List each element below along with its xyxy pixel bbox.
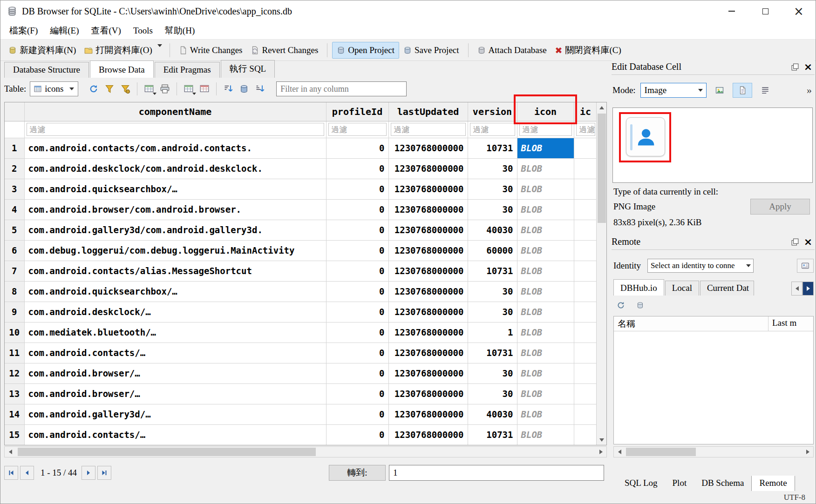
remote-tab-current-database[interactable]: Current Dat <box>700 281 754 296</box>
text-view-button[interactable] <box>733 83 752 98</box>
filter-any-column-input[interactable] <box>276 81 407 96</box>
cell-componentName[interactable]: com.android.quicksearchbox/… <box>24 179 326 199</box>
export-button[interactable] <box>236 81 252 96</box>
column-header-version[interactable]: version <box>468 102 517 121</box>
cell-lastUpdated[interactable]: 1230768000000 <box>388 138 468 158</box>
write-changes-button[interactable]: Write Changes <box>175 42 247 58</box>
cell-profileId[interactable]: 0 <box>326 424 388 445</box>
scroll-right-button[interactable] <box>802 447 813 457</box>
row-number[interactable]: 9 <box>5 302 24 322</box>
cell-partial[interactable] <box>574 179 597 199</box>
cell-partial[interactable] <box>574 261 597 281</box>
goto-button[interactable]: 轉到: <box>329 465 386 481</box>
cell-profileId[interactable]: 0 <box>326 240 388 261</box>
first-page-button[interactable] <box>4 466 18 480</box>
cell-componentName[interactable]: com.android.browser/com.android.browser. <box>24 199 326 220</box>
dock-tab-remote[interactable]: Remote <box>751 476 795 491</box>
cell-icon[interactable]: BLOB <box>517 424 574 445</box>
cell-lastUpdated[interactable]: 1230768000000 <box>388 281 468 302</box>
save-filter-icon-button[interactable] <box>117 81 133 96</box>
cell-profileId[interactable]: 0 <box>326 138 388 158</box>
cell-componentName[interactable]: com.android.quicksearchbox/… <box>24 281 326 302</box>
row-number[interactable]: 5 <box>5 220 24 240</box>
cell-version[interactable]: 30 <box>468 363 517 383</box>
insert-record-button[interactable] <box>141 81 157 96</box>
cell-profileId[interactable]: 0 <box>326 220 388 240</box>
column-header-componentName[interactable]: componentName <box>24 102 326 121</box>
cell-lastUpdated[interactable]: 1230768000000 <box>388 158 468 179</box>
dock-tab-sql-log[interactable]: SQL Log <box>617 476 665 491</box>
menu-view[interactable]: 查看(V) <box>85 22 127 39</box>
vertical-scroll-thumb[interactable] <box>598 114 606 223</box>
cell-version[interactable]: 10731 <box>468 138 517 158</box>
cell-icon[interactable]: BLOB <box>517 343 574 363</box>
cell-componentName[interactable]: com.android.contacts/alias.MessageShortc… <box>24 261 326 281</box>
cell-icon[interactable]: BLOB <box>517 240 574 261</box>
panel-overflow-button[interactable]: » <box>807 84 814 96</box>
remote-horizontal-scrollbar[interactable] <box>613 446 814 457</box>
table-selector[interactable]: icons <box>30 81 78 96</box>
column-header-profileId[interactable]: profileId <box>326 102 388 121</box>
cell-partial[interactable] <box>574 158 597 179</box>
new-record-button[interactable] <box>181 81 197 96</box>
cell-version[interactable]: 10731 <box>468 424 517 445</box>
cell-lastUpdated[interactable]: 1230768000000 <box>388 240 468 261</box>
tab-browse-data[interactable]: Browse Data <box>90 60 154 78</box>
open-database-dropdown-icon[interactable] <box>157 44 162 47</box>
cell-profileId[interactable]: 0 <box>326 383 388 404</box>
cell-lastUpdated[interactable]: 1230768000000 <box>388 199 468 220</box>
filter-input-version[interactable]: 過濾 <box>470 123 515 136</box>
cell-lastUpdated[interactable]: 1230768000000 <box>388 363 468 383</box>
cell-componentName[interactable]: com.android.contacts/… <box>24 343 326 363</box>
row-number[interactable]: 4 <box>5 199 24 220</box>
cell-lastUpdated[interactable]: 1230768000000 <box>388 322 468 343</box>
cell-version[interactable]: 30 <box>468 383 517 404</box>
import-image-button[interactable] <box>711 83 728 98</box>
tab-scroll-right-button[interactable] <box>802 282 814 296</box>
menu-tools[interactable]: Tools <box>127 23 159 38</box>
row-number[interactable]: 1 <box>5 138 24 158</box>
cell-componentName[interactable]: com.mediatek.bluetooth/… <box>24 322 326 343</box>
row-number[interactable]: 8 <box>5 281 24 302</box>
column-header-icon[interactable]: icon <box>517 102 574 121</box>
scroll-down-button[interactable] <box>597 435 607 445</box>
cell-componentName[interactable]: com.android.contacts/… <box>24 424 326 445</box>
sort-descending-button[interactable] <box>252 81 268 96</box>
cell-version[interactable]: 10731 <box>468 343 517 363</box>
cell-lastUpdated[interactable]: 1230768000000 <box>388 404 468 424</box>
cell-icon[interactable]: BLOB <box>517 302 574 322</box>
refresh-button[interactable] <box>86 81 102 96</box>
word-wrap-button[interactable] <box>757 83 774 98</box>
identity-selector[interactable]: Select an identity to conne <box>647 259 754 273</box>
cell-partial[interactable] <box>574 363 597 383</box>
cell-partial[interactable] <box>574 281 597 302</box>
cell-partial[interactable] <box>574 240 597 261</box>
cell-componentName[interactable]: com.android.browser/… <box>24 363 326 383</box>
row-number[interactable]: 10 <box>5 322 24 343</box>
column-header-ic[interactable]: ic <box>574 102 597 121</box>
open-database-button[interactable]: 打開資料庫(O) <box>80 41 156 59</box>
cell-componentName[interactable]: com.debug.loggerui/com.debug.loggerui.Ma… <box>24 240 326 261</box>
cell-componentName[interactable]: com.android.contacts/com.android.contact… <box>24 138 326 158</box>
cell-version[interactable]: 40030 <box>468 404 517 424</box>
cell-version[interactable]: 30 <box>468 281 517 302</box>
remote-tab-local[interactable]: Local <box>665 281 699 296</box>
cell-icon[interactable]: BLOB <box>517 281 574 302</box>
cell-lastUpdated[interactable]: 1230768000000 <box>388 383 468 404</box>
cell-version[interactable]: 30 <box>468 179 517 199</box>
cell-version[interactable]: 30 <box>468 302 517 322</box>
row-number[interactable]: 3 <box>5 179 24 199</box>
filter-input-componentName[interactable]: 過濾 <box>27 123 324 136</box>
tab-scroll-left-button[interactable] <box>791 282 802 296</box>
cell-lastUpdated[interactable]: 1230768000000 <box>388 261 468 281</box>
row-number[interactable]: 6 <box>5 240 24 261</box>
filter-input-profileId[interactable]: 過濾 <box>328 123 387 136</box>
new-database-button[interactable]: 新建資料庫(N) <box>4 41 80 59</box>
maximize-button[interactable] <box>748 0 782 22</box>
cell-partial[interactable] <box>574 302 597 322</box>
cell-componentName[interactable]: com.android.deskclock/… <box>24 302 326 322</box>
horizontal-scroll-thumb[interactable] <box>18 448 316 456</box>
menu-file[interactable]: 檔案(F) <box>3 22 44 39</box>
cell-profileId[interactable]: 0 <box>326 404 388 424</box>
clear-filter-icon-button[interactable] <box>102 81 117 96</box>
